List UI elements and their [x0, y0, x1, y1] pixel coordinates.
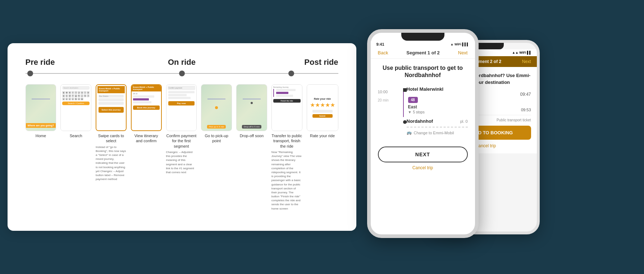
rate-mini: Rate your ride ★★★★★ Submit	[307, 85, 338, 131]
pickup-label: Go to pick-up point	[201, 133, 232, 144]
phones-container: 9:41 ▲▲ WiFi ▌▌ Back Segment 2 of 2 Next…	[367, 29, 540, 245]
phone-front-notch	[401, 33, 444, 41]
screen-itinerary: Emmi-Mobil + Public transport 08:10 Book…	[131, 84, 162, 144]
phone-front-status-bar: 9:41 ▲ WiFi ▌▌▌	[371, 41, 475, 47]
screen-swipe: Emmi-Mobil + Public transport Bus Statio…	[96, 84, 127, 181]
transfer-thumb: Remaining Journey Finish the ride	[271, 84, 302, 131]
back-stop-2-detail-right: 09:53	[521, 108, 531, 112]
itinerary-label: View itinerary and confirm	[131, 133, 162, 144]
transfer-note: Now "Remaining Journey" view The view sh…	[271, 150, 302, 211]
phone-front-title: Use public transport to get to Nordbahnh…	[378, 64, 468, 80]
home-map: Where are you going?	[26, 85, 56, 131]
duration-label: 20 min	[378, 97, 389, 103]
back-stop-3-right: Public transport ticket	[497, 118, 531, 122]
search-mini: Search destination qwertyuio asdfghjkl z…	[61, 85, 91, 131]
phone-front-content: Use public transport to get to Nordbahnh…	[371, 59, 475, 141]
phone-front-nav: Back Segment 1 of 2 Next	[371, 47, 475, 59]
confirm-mini: Confirm payment Pay now	[166, 85, 197, 131]
screens-row: Where are you going? Home Search destina…	[26, 84, 338, 211]
phone-front-next-btn[interactable]: Next	[458, 50, 468, 55]
keyboard-mini: qwertyuio asdfghjkl zxcvbnm	[62, 91, 90, 100]
stop-hotel-name: Hotel Malerwinkl	[407, 86, 468, 92]
confirm-thumb: Confirm payment Pay now	[166, 84, 197, 131]
screen-transfer: Remaining Journey Finish the ride Transf…	[271, 84, 302, 211]
screen-confirm: Confirm payment Pay now Confirm payment …	[166, 84, 197, 174]
transfer-mini: Remaining Journey Finish the ride	[272, 85, 302, 131]
main-card: Pre ride On ride Post ride Where are you…	[8, 43, 356, 231]
bus-icon: 🚌	[407, 130, 412, 135]
phase-header: Pre ride On ride Post ride	[26, 58, 338, 67]
nordahnhof-row: Nordahnhof pl. 0	[407, 118, 468, 124]
timeline-dot-pre	[27, 71, 33, 76]
swipe-note: Instead of "go to Booking", this now say…	[96, 145, 127, 181]
transit-direction: East	[408, 104, 468, 109]
swipe-thumb: Emmi-Mobil + Public transport Bus Statio…	[96, 84, 127, 131]
phone-back-status-icons: ▲▲ WiFi ▌▌	[512, 51, 531, 55]
screen-rate: Rate your ride ★★★★★ Submit Rate your ri…	[307, 84, 338, 138]
stop-nordahnhof-name: Nordahnhof	[407, 118, 433, 124]
journey-times: 10:00 20 min	[378, 86, 389, 103]
timeline	[26, 70, 338, 77]
pickup-map: Pick up in 5 min	[201, 85, 232, 131]
phone-front-back-btn[interactable]: Back	[378, 50, 388, 55]
stop-dot-2	[403, 120, 407, 124]
screen-home: Where are you going? Home	[26, 84, 56, 138]
confirm-label: Confirm payment for the first segment	[166, 133, 197, 149]
search-thumb: Search destination qwertyuio asdfghjkl z…	[60, 84, 91, 131]
phone-front: 9:41 ▲ WiFi ▌▌▌ Back Segment 1 of 2 Next…	[367, 29, 479, 238]
transfer-label: Transfer to public transport, finish the…	[271, 133, 302, 149]
phase-post-label: Post ride	[304, 58, 338, 67]
transit-section: 48 East ▼ 5 stops	[407, 96, 468, 114]
cancel-trip-link[interactable]: Cancel trip	[371, 165, 475, 170]
stop-time-1: 10:00	[378, 86, 389, 97]
screen-pickup: Pick up in 5 min Go to pick-up point	[201, 84, 232, 144]
stop-nordahnhof: Nordahnhof pl. 0	[407, 118, 468, 127]
stop-hotel: Hotel Malerwinkl	[407, 86, 468, 92]
home-label: Home	[36, 133, 46, 138]
change-to-emmi: 🚌 Change to Emmi-Mobil	[407, 130, 468, 135]
stop-dot-1	[403, 88, 407, 92]
screen-dropoff: Drop-off in 5 min Drop-off soon	[236, 84, 267, 138]
home-thumb: Where are you going?	[26, 84, 56, 131]
itinerary-mini: Emmi-Mobil + Public transport 08:10 Book…	[132, 85, 161, 130]
phone-front-status-icons: ▲ WiFi ▌▌▌	[451, 42, 469, 46]
journey-vert-line	[403, 90, 404, 117]
dashed-divider	[407, 127, 468, 127]
dropoff-thumb: Drop-off in 5 min	[236, 84, 267, 131]
rate-label: Rate your ride	[310, 133, 335, 138]
dropoff-map: Drop-off in 5 min	[237, 85, 267, 131]
screen-search: Search destination qwertyuio asdfghjkl z…	[60, 84, 91, 138]
timeline-dot-on	[179, 71, 185, 76]
next-big-btn[interactable]: NEXT	[378, 147, 468, 162]
dropoff-label: Drop-off soon	[240, 133, 264, 138]
search-label: Search	[70, 133, 82, 138]
swipe-label: Swipe cards to select	[96, 133, 127, 144]
pickup-thumb: Pick up in 5 min	[201, 84, 232, 131]
stop-platform: pl. 0	[460, 119, 468, 123]
transit-stops-count: ▼ 5 stops	[408, 110, 468, 114]
itinerary-thumb: Emmi-Mobil + Public transport 08:10 Book…	[131, 84, 162, 131]
phone-front-segment-title: Segment 1 of 2	[406, 50, 439, 55]
swipe-mini: Emmi-Mobil + Public transport Bus Statio…	[96, 85, 126, 130]
confirm-note: Changes: – Adjusted this provides the me…	[166, 150, 197, 174]
back-stop-1-time: 09:47	[520, 92, 531, 97]
phase-on-label: On ride	[168, 58, 196, 67]
rate-thumb: Rate your ride ★★★★★ Submit	[307, 84, 338, 131]
phone-front-time: 9:41	[376, 42, 384, 46]
phone-back-nav-next[interactable]: Next	[522, 59, 531, 64]
journey-timeline: 10:00 20 min Hotel Malerwinkl	[378, 86, 468, 135]
swipe-header-mini: Emmi-Mobil + Public transport	[97, 86, 125, 93]
phase-pre-label: Pre ride	[26, 58, 55, 67]
transit-badge-48: 48	[408, 97, 418, 103]
timeline-dot-post	[288, 71, 294, 76]
chevron-down-icon: ▼	[408, 110, 412, 114]
